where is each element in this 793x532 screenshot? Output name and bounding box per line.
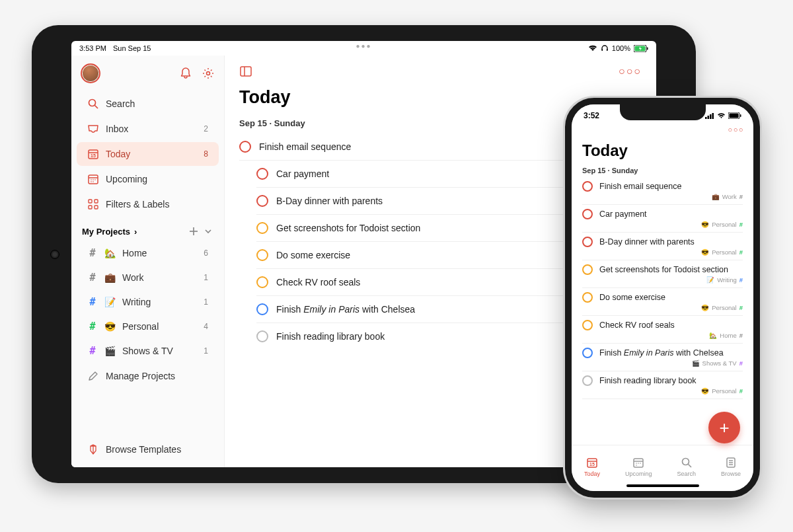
task-tag[interactable]: 😎 Personal # (582, 387, 743, 395)
project-item[interactable]: # 🎬 Shows & TV 1 (77, 339, 219, 363)
panel-toggle-icon[interactable] (239, 65, 252, 78)
plus-icon[interactable] (188, 226, 199, 237)
hash-icon: # (739, 221, 743, 228)
svg-rect-21 (94, 206, 98, 209)
tab-label: Today (584, 471, 600, 477)
svg-point-13 (91, 179, 92, 180)
task-checkbox[interactable] (582, 181, 593, 192)
add-task-button[interactable]: + (708, 412, 740, 443)
task-tag[interactable]: 😎 Personal # (582, 248, 743, 256)
task-row[interactable]: Finish reading library book 😎 Personal # (582, 371, 743, 399)
hash-icon: # (87, 272, 98, 284)
avatar[interactable] (81, 63, 100, 83)
task-checkbox[interactable] (582, 375, 593, 386)
tag-label: Personal (712, 387, 737, 395)
task-row[interactable]: Finish Emily in Paris with Chelsea 🎬 Sho… (582, 344, 743, 371)
tab-upcoming[interactable]: Upcoming (625, 456, 652, 477)
task-tag[interactable]: 🎬 Shows & TV # (582, 360, 743, 367)
gear-icon[interactable] (202, 67, 215, 80)
tab-browse[interactable]: Browse (721, 456, 741, 477)
sidebar: Search Inbox 2 15 Today 8 Upcoming (71, 56, 225, 467)
svg-point-14 (93, 179, 94, 180)
task-checkbox[interactable] (582, 209, 593, 219)
tag-label: Personal (712, 304, 737, 311)
bell-icon[interactable] (179, 67, 192, 80)
sidebar-item-search[interactable]: Search (77, 92, 219, 116)
tag-emoji: 😎 (701, 248, 709, 256)
nav-label: Today (106, 149, 130, 159)
project-emoji: 🎬 (104, 346, 116, 356)
task-checkbox[interactable] (256, 168, 268, 180)
tag-emoji: 🏡 (709, 332, 717, 339)
task-checkbox[interactable] (239, 141, 251, 153)
iphone-device: 3:52 ○○○ Today Sep 15 · Sunday Finish em… (565, 98, 760, 498)
sidebar-item-today[interactable]: 15 Today 8 (77, 142, 219, 166)
manage-projects[interactable]: Manage Projects (77, 364, 219, 388)
today-icon: 15 (585, 456, 599, 469)
chevron-down-icon[interactable] (203, 226, 213, 237)
more-icon[interactable]: ○○○ (619, 65, 642, 77)
svg-point-40 (640, 463, 641, 464)
task-checkbox[interactable] (256, 222, 268, 234)
project-count: 4 (204, 322, 208, 331)
browse-templates[interactable]: Browse Templates (77, 437, 219, 461)
svg-rect-28 (710, 114, 712, 119)
svg-rect-20 (89, 206, 92, 209)
task-checkbox[interactable] (256, 195, 268, 207)
task-checkbox[interactable] (582, 348, 593, 358)
svg-rect-0 (601, 49, 603, 51)
task-tag[interactable]: 😎 Personal # (582, 304, 743, 311)
task-checkbox[interactable] (582, 264, 593, 275)
projects-header[interactable]: My Projects › (71, 217, 224, 241)
svg-rect-26 (705, 117, 707, 119)
sidebar-item-filters[interactable]: Filters & Labels (77, 192, 219, 216)
task-tag[interactable]: 🏡 Home # (582, 332, 743, 339)
hash-icon: # (739, 387, 743, 395)
multitask-dots[interactable]: ●●● (356, 42, 371, 50)
sidebar-item-upcoming[interactable]: Upcoming (77, 167, 219, 191)
tab-today[interactable]: 15 Today (584, 456, 600, 477)
project-item[interactable]: # 😎 Personal 4 (77, 315, 219, 338)
task-text: Check RV roof seals (276, 277, 360, 287)
task-row[interactable]: Do some exercise 😎 Personal # (582, 288, 743, 316)
task-row[interactable]: Get screenshots for Todoist section 📝 Wr… (582, 260, 743, 288)
task-text: Finish reading library book (276, 331, 385, 342)
task-tag[interactable]: 💼 Work # (582, 193, 743, 200)
tag-label: Personal (712, 248, 737, 256)
task-text: Finish email sequence (259, 141, 351, 152)
templates-icon (87, 443, 99, 455)
sidebar-item-inbox[interactable]: Inbox 2 (77, 117, 219, 141)
upcoming-icon (632, 456, 645, 469)
task-checkbox[interactable] (256, 276, 268, 288)
task-row[interactable]: Car payment 😎 Personal # (582, 205, 743, 233)
hash-icon: # (739, 276, 743, 284)
project-count: 1 (204, 273, 208, 282)
task-row[interactable]: B-Day dinner with parents 😎 Personal # (582, 233, 743, 260)
task-row[interactable]: Finish email sequence 💼 Work # (582, 177, 743, 205)
task-checkbox[interactable] (256, 303, 268, 315)
task-row[interactable]: Check RV roof seals 🏡 Home # (582, 316, 743, 344)
task-checkbox[interactable] (256, 249, 268, 261)
project-item[interactable]: # 🏡 Home 6 (77, 241, 219, 265)
task-checkbox[interactable] (582, 237, 593, 247)
tag-emoji: 😎 (701, 387, 709, 395)
svg-rect-31 (730, 114, 739, 118)
hash-icon: # (739, 193, 743, 200)
task-tag[interactable]: 😎 Personal # (582, 221, 743, 228)
more-icon[interactable]: ○○○ (728, 126, 744, 133)
project-item[interactable]: # 💼 Work 1 (77, 266, 219, 289)
task-text: Check RV roof seals (599, 321, 675, 330)
ipad-home-button[interactable] (50, 250, 59, 259)
tag-emoji: 📝 (706, 276, 714, 284)
task-checkbox[interactable] (256, 330, 268, 342)
svg-point-6 (89, 100, 96, 106)
browse-label: Browse Templates (106, 444, 181, 455)
search-icon (87, 98, 99, 110)
tab-search[interactable]: Search (677, 456, 696, 477)
task-checkbox[interactable] (582, 320, 593, 330)
task-checkbox[interactable] (582, 292, 593, 303)
task-tag[interactable]: 📝 Writing # (582, 276, 743, 284)
home-indicator[interactable] (626, 484, 699, 487)
project-item[interactable]: # 📝 Writing 1 (77, 290, 219, 314)
svg-point-5 (207, 72, 210, 75)
